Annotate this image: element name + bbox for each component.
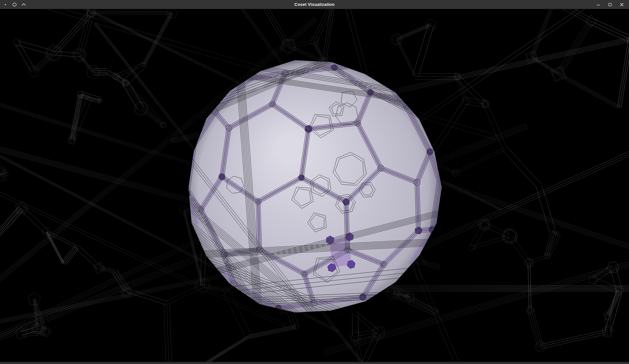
3d-viewport[interactable] bbox=[0, 9, 629, 362]
status-dot-icon[interactable] bbox=[3, 2, 8, 7]
titlebar-window-controls bbox=[596, 2, 629, 7]
maximize-icon[interactable] bbox=[607, 2, 612, 7]
circle-icon[interactable] bbox=[12, 2, 17, 7]
close-icon[interactable] bbox=[619, 2, 624, 7]
chevron-up-icon[interactable] bbox=[21, 2, 26, 7]
viewport-container bbox=[0, 9, 629, 362]
window-title: Coset Visualization bbox=[0, 0, 629, 9]
titlebar: Coset Visualization bbox=[0, 0, 629, 9]
titlebar-left-controls bbox=[0, 2, 26, 7]
minimize-icon[interactable] bbox=[596, 2, 601, 7]
window-bottom-border bbox=[0, 362, 629, 364]
app-window: Coset Visualization bbox=[0, 0, 629, 364]
